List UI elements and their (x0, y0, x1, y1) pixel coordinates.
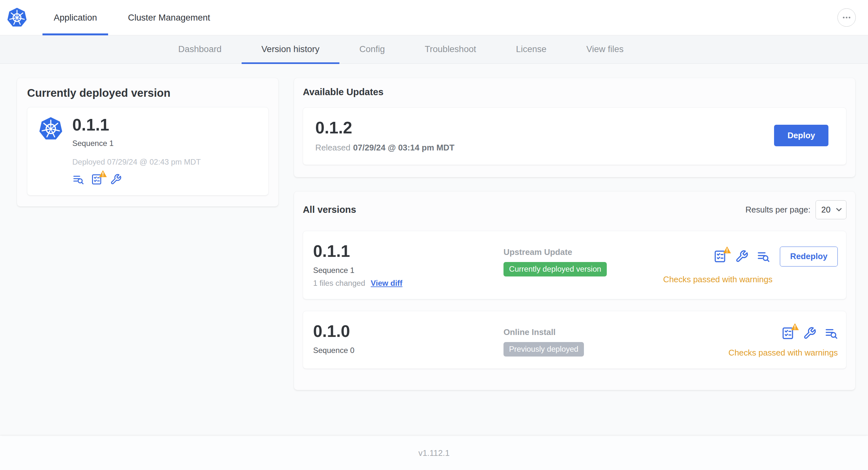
version-row-info: 0.1.1 Sequence 1 1 files changed View di… (313, 242, 503, 288)
tab-config[interactable]: Config (339, 35, 405, 64)
preflight-checks-icon[interactable] (781, 327, 795, 340)
app-subnav: Dashboard Version history Config Trouble… (0, 35, 868, 64)
warning-icon (99, 170, 107, 177)
preflight-checks-icon[interactable] (91, 174, 103, 185)
version-actions-block: Redeploy Checks passed with warnings (663, 242, 838, 284)
redeploy-button[interactable]: Redeploy (780, 246, 838, 267)
tab-view-files-label: View files (586, 44, 623, 54)
deployed-version-info: 0.1.1 Sequence 1 Deployed 07/29/24 @ 02:… (72, 116, 201, 185)
all-versions-header: All versions Results per page: 20 (303, 200, 846, 219)
deployed-version-card: 0.1.1 Sequence 1 Deployed 07/29/24 @ 02:… (27, 107, 268, 196)
tab-version-history[interactable]: Version history (242, 35, 339, 64)
version-sequence: Sequence 1 (313, 266, 503, 275)
app-logo-icon (39, 117, 63, 141)
results-per-page-value: 20 (822, 205, 831, 214)
results-per-page-label: Results per page: (745, 205, 810, 214)
version-source: Upstream Update (503, 247, 663, 257)
config-icon[interactable] (735, 250, 748, 263)
tab-application[interactable]: Application (42, 0, 108, 35)
update-info: 0.1.2 Released 07/29/24 @ 03:14 pm MDT (315, 119, 454, 153)
version-row-0.1.1: 0.1.1 Sequence 1 1 files changed View di… (303, 231, 846, 299)
ellipsis-icon (842, 12, 851, 23)
version-source: Online Install (503, 328, 728, 337)
kubernetes-logo-icon (7, 7, 27, 28)
console-version: v1.112.1 (418, 448, 450, 458)
version-source-block: Upstream Update Currently deployed versi… (503, 242, 663, 276)
main-content: Currently deployed version 0.1.1 Sequenc… (0, 64, 868, 436)
deployed-sequence: Sequence 1 (72, 139, 201, 148)
logs-icon[interactable] (757, 250, 770, 263)
released-date: 07/29/24 @ 03:14 pm MDT (353, 143, 455, 153)
tab-config-label: Config (359, 44, 385, 54)
version-source-block: Online Install Previously deployed (503, 322, 728, 357)
currently-deployed-title: Currently deployed version (27, 87, 268, 99)
tab-application-label: Application (54, 12, 97, 23)
available-updates-title: Available Updates (303, 87, 846, 97)
version-number: 0.1.1 (313, 242, 503, 260)
files-changed-label: 1 files changed (313, 279, 365, 288)
tab-cluster-management[interactable]: Cluster Management (117, 0, 221, 35)
overflow-menu-button[interactable] (837, 8, 856, 27)
all-versions-title: All versions (303, 204, 356, 215)
results-per-page: Results per page: 20 (745, 200, 846, 219)
checks-status: Checks passed with warnings (728, 348, 838, 358)
update-released-line: Released 07/29/24 @ 03:14 pm MDT (315, 143, 454, 153)
tab-view-files[interactable]: View files (566, 35, 644, 64)
right-column: Available Updates 0.1.2 Released 07/29/2… (294, 78, 856, 390)
config-icon[interactable] (803, 327, 816, 340)
all-versions-panel: All versions Results per page: 20 0.1.1 … (294, 192, 856, 390)
tab-license[interactable]: License (496, 35, 566, 64)
config-icon[interactable] (110, 174, 122, 185)
logs-icon[interactable] (72, 174, 84, 185)
version-row-info: 0.1.0 Sequence 0 (313, 322, 503, 355)
console-footer: v1.112.1 (0, 436, 868, 470)
admin-console: Application Cluster Management Dashboard… (0, 0, 868, 470)
files-changed-line: 1 files changed View diff (313, 279, 503, 288)
deployed-status-badge: Currently deployed version (503, 262, 607, 276)
chevron-down-icon (836, 208, 842, 211)
warning-icon (723, 246, 731, 254)
version-actions-block: Checks passed with warnings (728, 322, 838, 358)
version-actions: Redeploy (714, 246, 838, 267)
version-actions (781, 327, 838, 340)
tab-license-label: License (516, 44, 547, 54)
warning-icon (791, 323, 799, 331)
update-card: 0.1.2 Released 07/29/24 @ 03:14 pm MDT D… (303, 107, 846, 165)
released-label: Released (315, 143, 350, 153)
view-diff-link[interactable]: View diff (371, 279, 402, 288)
deployed-version-number: 0.1.1 (72, 116, 201, 134)
deployed-timestamp: Deployed 07/29/24 @ 02:43 pm MDT (72, 158, 201, 167)
previously-deployed-badge: Previously deployed (503, 342, 584, 357)
tab-version-history-label: Version history (261, 44, 319, 54)
top-navbar: Application Cluster Management (0, 0, 868, 35)
version-row-0.1.0: 0.1.0 Sequence 0 Online Install Previous… (303, 311, 846, 369)
tab-dashboard[interactable]: Dashboard (158, 35, 241, 64)
deploy-button[interactable]: Deploy (774, 125, 829, 146)
deployed-actions (72, 174, 201, 185)
tab-troubleshoot-label: Troubleshoot (425, 44, 476, 54)
version-sequence: Sequence 0 (313, 346, 503, 355)
logs-icon[interactable] (825, 327, 838, 340)
available-updates-panel: Available Updates 0.1.2 Released 07/29/2… (294, 78, 856, 177)
results-per-page-select[interactable]: 20 (815, 200, 846, 219)
tab-dashboard-label: Dashboard (178, 44, 222, 54)
tab-troubleshoot[interactable]: Troubleshoot (405, 35, 496, 64)
update-version-number: 0.1.2 (315, 119, 454, 137)
tab-cluster-management-label: Cluster Management (128, 12, 210, 23)
preflight-checks-icon[interactable] (714, 250, 727, 263)
checks-status: Checks passed with warnings (663, 275, 772, 284)
currently-deployed-panel: Currently deployed version 0.1.1 Sequenc… (17, 78, 278, 207)
version-number: 0.1.0 (313, 322, 503, 340)
